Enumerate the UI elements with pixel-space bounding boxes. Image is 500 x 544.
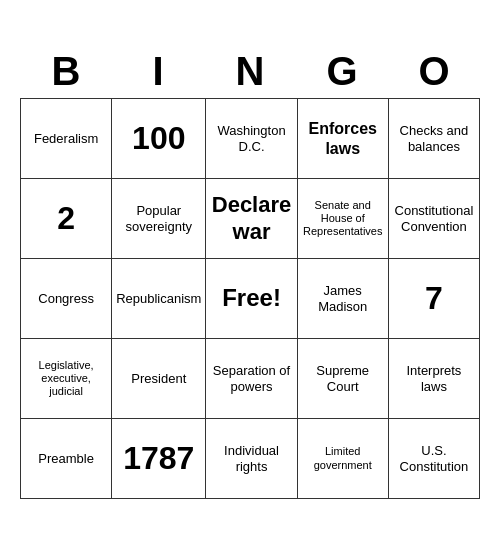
header-letter: G xyxy=(296,45,388,98)
header-letter: O xyxy=(388,45,480,98)
bingo-cell: Checks and balances xyxy=(389,99,480,179)
header-letter: B xyxy=(20,45,112,98)
bingo-cell: Legislative, executive, judicial xyxy=(21,339,112,419)
bingo-cell: Constitutional Convention xyxy=(389,179,480,259)
bingo-card: BINGO Federalism100Washington D.C.Enforc… xyxy=(10,35,490,509)
bingo-cell: Preamble xyxy=(21,419,112,499)
bingo-cell: Washington D.C. xyxy=(206,99,297,179)
bingo-cell: Popular sovereignty xyxy=(112,179,206,259)
bingo-cell: Senate and House of Representatives xyxy=(298,179,389,259)
bingo-cell: 100 xyxy=(112,99,206,179)
bingo-cell: U.S. Constitution xyxy=(389,419,480,499)
bingo-cell: Enforces laws xyxy=(298,99,389,179)
bingo-header: BINGO xyxy=(20,45,480,98)
bingo-grid: Federalism100Washington D.C.Enforces law… xyxy=(20,98,480,499)
bingo-cell: Congress xyxy=(21,259,112,339)
bingo-cell: Limited government xyxy=(298,419,389,499)
bingo-cell: 7 xyxy=(389,259,480,339)
bingo-cell: Republicanism xyxy=(112,259,206,339)
header-letter: I xyxy=(112,45,204,98)
bingo-cell: Free! xyxy=(206,259,297,339)
bingo-cell: Supreme Court xyxy=(298,339,389,419)
bingo-cell: President xyxy=(112,339,206,419)
bingo-cell: Individual rights xyxy=(206,419,297,499)
bingo-cell: 1787 xyxy=(112,419,206,499)
bingo-cell: James Madison xyxy=(298,259,389,339)
bingo-cell: Interprets laws xyxy=(389,339,480,419)
bingo-cell: Declare war xyxy=(206,179,297,259)
bingo-cell: 2 xyxy=(21,179,112,259)
bingo-cell: Federalism xyxy=(21,99,112,179)
bingo-cell: Separation of powers xyxy=(206,339,297,419)
header-letter: N xyxy=(204,45,296,98)
